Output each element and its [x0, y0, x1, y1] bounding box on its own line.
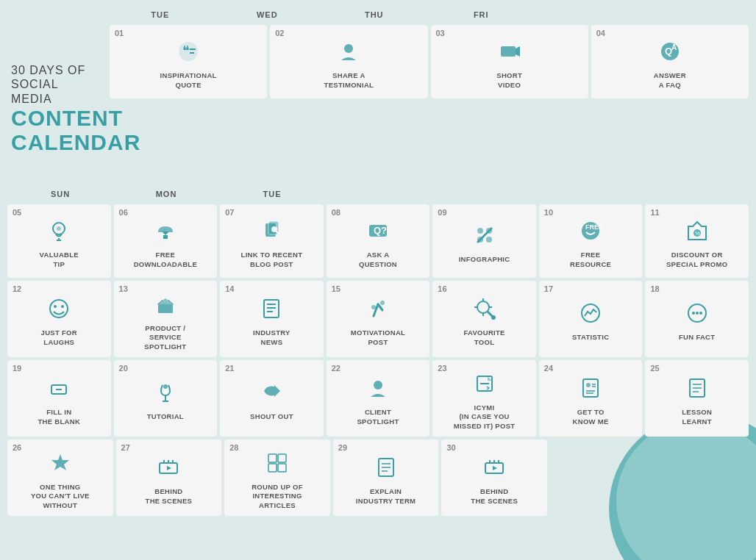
title-block-spacer [7, 7, 107, 22]
cell-21-label: SHOUT OUT [250, 412, 293, 421]
cell-20-icon [154, 381, 177, 409]
cell-01-label: INSPIRATIONALQUOTE [160, 71, 217, 90]
cell-10-icon: FREE [579, 219, 602, 248]
cell-27: 27 BEHINDTHE SCENES [116, 439, 222, 516]
cell-29-label: EXPLAININDUSTRY TERM [356, 487, 416, 506]
svg-point-4 [344, 44, 353, 53]
cell-14-icon [260, 297, 283, 326]
title-area: 30 DAYS OF SOCIAL MEDIA CONTENT CALENDAR [7, 57, 107, 154]
cell-10-num: 10 [544, 208, 553, 217]
svg-rect-5 [501, 46, 516, 57]
cell-03-num: 03 [436, 29, 445, 37]
day-header-mon: MON [113, 187, 219, 201]
cell-20-label: TUTORIAL [147, 412, 184, 421]
cell-02-num: 02 [275, 29, 284, 37]
cell-05-icon [47, 219, 71, 248]
cell-30-num: 30 [446, 443, 455, 452]
cell-13-icon [154, 292, 177, 321]
svg-text:❝: ❝ [182, 43, 190, 58]
cell-05-num: 05 [13, 208, 21, 217]
cell-17-icon [579, 301, 602, 330]
cell-21-icon [260, 381, 283, 409]
svg-marker-92 [493, 466, 497, 470]
cell-19-icon [47, 376, 71, 405]
svg-rect-80 [268, 454, 277, 462]
cell-01: 01 ❝ INSPIRATIONALQUOTE [110, 25, 267, 98]
day-header-fri: THU [321, 7, 428, 22]
main-container: TUE WED THU FRI 30 DAYS OF SOCIAL MEDIA … [0, 0, 756, 560]
cell-13: 13 PRODUCT /SERVICESPOTLIGHT [114, 281, 218, 357]
cell-22: 22 CLIENTSPOTLIGHT [327, 360, 430, 437]
svg-point-34 [61, 305, 64, 308]
cell-16-icon [473, 297, 496, 326]
day-header-sun: SUN [7, 187, 113, 201]
cell-13-label: PRODUCT /SERVICESPOTLIGHT [144, 324, 186, 351]
svg-point-22 [477, 228, 483, 234]
cell-12-num: 12 [13, 284, 21, 293]
cell-20: 20 TUTORIAL [114, 360, 218, 437]
cell-09: 09 INFOGRAPHIC [432, 204, 536, 278]
deco-area [550, 439, 749, 516]
svg-point-56 [696, 312, 699, 315]
svg-text:%: % [695, 230, 700, 237]
cell-06-icon [154, 219, 177, 248]
cell-14: 14 INDUSTRYNEWS [220, 281, 324, 357]
svg-text:Q?: Q? [374, 225, 387, 236]
cell-25-num: 25 [650, 364, 659, 373]
cell-08: 08 Q? ASK AQUESTION [327, 204, 430, 278]
day-header-thu2 [431, 187, 537, 201]
svg-rect-35 [158, 304, 173, 313]
cell-12-label: JUST FORLAUGHS [41, 329, 77, 347]
svg-point-60 [163, 384, 168, 389]
cell-08-icon: Q? [366, 219, 390, 248]
cell-16-label: FAVOURITETOOL [463, 329, 504, 347]
cell-23-num: 23 [438, 364, 446, 373]
cell-09-label: INFOGRAPHIC [459, 255, 510, 264]
cell-25: 25 LESSONLEARNT [645, 360, 749, 437]
cell-05: 05 VALUABLETIP [7, 204, 111, 278]
cell-29: 29 EXPLAININDUSTRY TERM [333, 439, 439, 516]
cell-19-label: FILL INTHE BLANK [38, 408, 80, 426]
cell-17: 17 STATISTIC [539, 281, 643, 357]
svg-text:FREE: FREE [585, 223, 602, 231]
cell-07-icon [260, 219, 283, 248]
cell-22-icon [366, 376, 390, 405]
cell-06: 06 FREEDOWNLOADABLE [114, 204, 218, 278]
cell-04-icon: QA [658, 40, 682, 68]
cell-04-num: 04 [596, 29, 605, 37]
svg-point-44 [371, 305, 376, 309]
cell-16-num: 16 [438, 284, 446, 293]
day-header-wed2 [325, 187, 431, 201]
cell-24-label: GET TOKNOW ME [573, 408, 609, 426]
cell-02-icon [337, 40, 360, 68]
cell-18-num: 18 [650, 284, 659, 293]
cell-25-icon [685, 376, 709, 405]
svg-point-57 [699, 312, 702, 315]
svg-rect-82 [268, 464, 277, 472]
cell-25-label: LESSONLEARNT [682, 408, 712, 426]
cell-04: 04 QA ANSWERA FAQ [591, 25, 749, 98]
cell-24-icon [579, 376, 602, 405]
cell-15: 15 MOTIVATIONALPOST [327, 281, 430, 357]
svg-line-43 [378, 304, 382, 310]
cell-02: 02 SHARE ATESTIMONIAL [270, 25, 427, 98]
svg-rect-15 [163, 235, 168, 239]
cell-26-num: 26 [13, 443, 21, 452]
cell-16: 16 FAVOURITETOOL [432, 281, 536, 357]
day-header-row: TUE WED THU FRI [7, 7, 749, 22]
svg-point-52 [491, 315, 496, 320]
cell-28-num: 28 [229, 443, 238, 452]
cell-22-label: CLIENTSPOTLIGHT [357, 408, 399, 426]
cell-26-icon [49, 451, 72, 480]
cell-19-num: 19 [13, 364, 21, 373]
svg-rect-81 [278, 454, 286, 462]
cell-15-icon [366, 297, 390, 326]
cell-12: 12 JUST FORLAUGHS [7, 281, 111, 357]
cell-04-label: ANSWERA FAQ [654, 71, 686, 90]
cell-27-label: BEHINDTHE SCENES [146, 487, 193, 506]
title-line2: CONTENT CALENDAR [11, 106, 99, 154]
cell-10: 10 FREE FREERESOURCE [539, 204, 643, 278]
day-header-thu: WED [214, 7, 321, 22]
cell-14-num: 14 [225, 284, 234, 293]
title-cell: 30 DAYS OF SOCIAL MEDIA CONTENT CALENDAR [7, 25, 107, 187]
